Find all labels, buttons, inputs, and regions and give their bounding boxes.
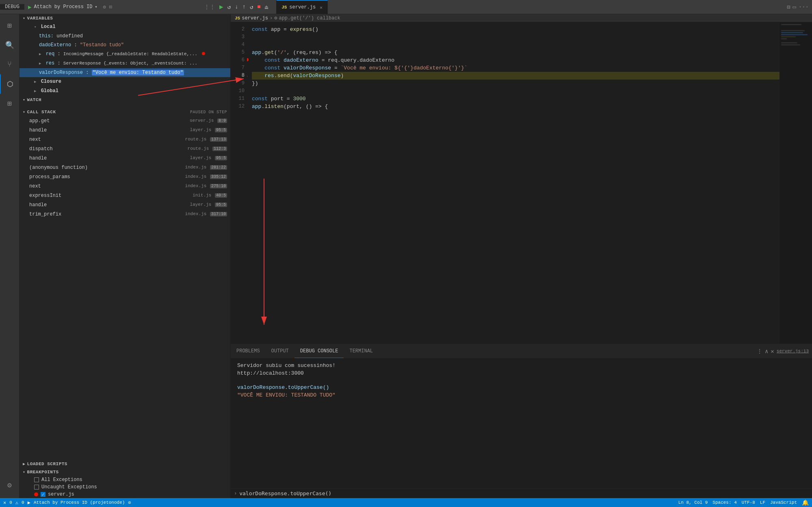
continue-icon[interactable]: ▶ <box>218 3 225 11</box>
activity-debug[interactable]: ⬡ <box>0 74 19 94</box>
main-layout: ⊞ 🔍 ⑂ ⬡ ⊞ ⚙ ▾ VARIABLES ▾ Local <box>0 14 812 498</box>
variables-panel: ▾ Local this: undefined dadoExterno : "T… <box>19 22 230 96</box>
disconnect-icon[interactable]: ⏏ <box>263 4 270 11</box>
res-value: ServerResponse {_events: Object, _events… <box>63 61 197 66</box>
server-js-tab[interactable]: JS server.js ✕ <box>277 0 328 14</box>
bp-all-checkbox[interactable] <box>34 477 39 482</box>
tab-problems[interactable]: PROBLEMS <box>231 344 266 358</box>
fn-trim-prefix: trim_prefix <box>29 211 61 218</box>
code-line-4 <box>252 41 780 49</box>
req-var[interactable]: ▶ req : IncomingMessage {_readableState:… <box>19 50 230 59</box>
activity-search[interactable]: 🔍 <box>0 35 19 55</box>
stack-row-trim-prefix[interactable]: trim_prefix index.js 317:10 <box>19 209 230 219</box>
cloud-icon: ⊙ <box>128 500 131 506</box>
bottom-panels: ▶ LOADED SCRIPTS ▾ BREAKPOINTS All Excep… <box>19 460 230 498</box>
callstack-section-header[interactable]: ▾ CALL STACK PAUSED ON STEP <box>19 108 230 116</box>
activity-settings[interactable]: ⚙ <box>0 475 19 495</box>
file-index-4: index.js 317:10 <box>185 210 227 218</box>
js-file-icon: JS <box>281 5 287 10</box>
settings-icon[interactable]: ⚙ <box>103 4 106 10</box>
breakpoints-title: BREAKPOINTS <box>27 470 59 475</box>
stack-row-anon[interactable]: (anonymous function) index.js 281:22 <box>19 163 230 172</box>
activity-git[interactable]: ⑂ <box>0 55 19 74</box>
req-value: IncomingMessage {_readableState: Readabl… <box>63 52 197 56</box>
server-link[interactable]: server.js:13 <box>777 349 809 354</box>
watch-section-header[interactable]: ▾ WATCH <box>19 96 230 104</box>
terminal-label: TERMINAL <box>349 348 373 354</box>
activity-explorer[interactable]: ⊞ <box>0 16 19 35</box>
panel-close-icon[interactable]: ✕ <box>771 348 774 355</box>
callstack-arrow: ▾ <box>23 110 26 114</box>
activity-extensions[interactable]: ⊞ <box>0 94 19 113</box>
layout-icon[interactable]: ⊟ <box>787 4 790 11</box>
variables-section-header[interactable]: ▾ VARIABLES <box>19 14 230 22</box>
bp-uncaught-exceptions[interactable]: Uncaught Exceptions <box>19 483 230 491</box>
stack-row-app-get[interactable]: app.get server.js 8:9 <box>19 116 230 125</box>
stack-row-handle-2[interactable]: handle layer.js 95:5 <box>19 153 230 163</box>
step-over-icon[interactable]: ↺ <box>248 4 255 11</box>
console-input[interactable] <box>239 490 809 496</box>
filter-icon[interactable]: ⋮ <box>757 348 762 355</box>
debug-tab[interactable]: DEBUG <box>0 4 25 10</box>
refresh-icon[interactable]: ↺ <box>226 4 232 11</box>
loaded-scripts-header[interactable]: ▶ LOADED SCRIPTS <box>19 460 230 468</box>
stack-row-next-1[interactable]: next route.js 137:13 <box>19 135 230 144</box>
ln-8: 8 <box>231 72 245 80</box>
tab-terminal[interactable]: TERMINAL <box>344 344 379 358</box>
stack-row-handle-3[interactable]: handle layer.js 95:5 <box>19 200 230 209</box>
stop-icon[interactable]: ■ <box>256 4 262 10</box>
attach-button[interactable]: ▶ Attach by Process ID ▾ <box>25 4 101 11</box>
tab-output[interactable]: OUTPUT <box>266 344 294 358</box>
closure-label: Closure <box>41 79 61 84</box>
step-out-icon[interactable]: ↑ <box>240 4 247 10</box>
this-var: this: undefined <box>19 32 230 41</box>
activity-bar: ⊞ 🔍 ⑂ ⬡ ⊞ ⚙ <box>0 14 19 498</box>
ln-col: Ln 8, Col 9 <box>678 500 708 505</box>
file-init: init.js 40:5 <box>193 192 227 199</box>
file-route-2: route.js 112:3 <box>188 145 227 153</box>
step-into-icon[interactable]: ↓ <box>233 4 240 10</box>
res-var[interactable]: ▶ res : ServerResponse {_events: Object,… <box>19 59 230 68</box>
terminal-icon[interactable]: ⊡ <box>109 4 112 10</box>
code-line-7: const valorDoResponse = `Você me enviou:… <box>252 64 780 72</box>
search-icon: 🔍 <box>5 41 14 50</box>
grid-icon[interactable]: ⋮⋮ <box>202 4 217 11</box>
code-line-12: app.listen(port, () => { <box>252 103 780 110</box>
stack-row-dispatch[interactable]: dispatch route.js 112:3 <box>19 144 230 153</box>
global-group[interactable]: ▶ Global <box>19 86 230 96</box>
valor-value: "Você me enviou: Testando tudo" <box>92 70 184 76</box>
attach-label: Attach by Process ID <box>34 4 92 10</box>
local-group[interactable]: ▾ Local <box>19 22 230 32</box>
bp-uncaught-checkbox[interactable] <box>34 485 39 490</box>
stack-row-next-2[interactable]: next index.js 275:10 <box>19 181 230 191</box>
debug-console-label: DEBUG CONSOLE <box>300 348 338 354</box>
close-server-js[interactable]: ✕ <box>320 5 323 10</box>
breakpoint-line6 <box>247 58 249 61</box>
bp-server-js[interactable]: ✓ server.js <box>19 491 230 498</box>
callstack-title: CALL STACK <box>27 110 56 114</box>
local-arrow: ▾ <box>34 24 36 31</box>
breakpoints-header[interactable]: ▾ BREAKPOINTS <box>19 468 230 476</box>
status-bar-right: Ln 8, Col 9 Spaces: 4 UTF-8 LF JavaScrip… <box>678 499 809 506</box>
panel-bottom: PROBLEMS OUTPUT DEBUG CONSOLE TERMINAL ⋮… <box>231 344 812 498</box>
debug-label: DEBUG <box>5 4 19 10</box>
warning-icon: ⚠ <box>15 500 18 506</box>
console-output-area: Servidor subiu com sucessinhos! http://l… <box>231 358 812 488</box>
fn-next-1: next <box>29 136 41 143</box>
stack-row-handle-1[interactable]: handle layer.js 95:5 <box>19 125 230 135</box>
more-icon[interactable]: ··· <box>799 4 809 10</box>
closure-arrow: ▶ <box>34 78 36 86</box>
bp-all-label: All Exceptions <box>41 477 82 483</box>
notifications-icon[interactable]: 🔔 <box>802 499 809 506</box>
panel-up-icon[interactable]: ∧ <box>765 348 768 355</box>
closure-group[interactable]: ▶ Closure <box>19 77 230 86</box>
stack-row-express-init[interactable]: expressInit init.js 40:5 <box>19 191 230 200</box>
file-index-3: index.js 275:10 <box>185 182 227 190</box>
paused-badge: PAUSED ON STEP <box>190 110 227 114</box>
bp-all-exceptions[interactable]: All Exceptions <box>19 476 230 483</box>
tab-debug-console[interactable]: DEBUG CONSOLE <box>294 344 344 358</box>
bp-server-checkbox[interactable]: ✓ <box>41 492 45 497</box>
bp-server-label: server.js <box>48 492 74 497</box>
stack-row-process-params[interactable]: process_params index.js 335:12 <box>19 172 230 181</box>
sidebar-toggle-icon[interactable]: ▭ <box>793 4 796 11</box>
